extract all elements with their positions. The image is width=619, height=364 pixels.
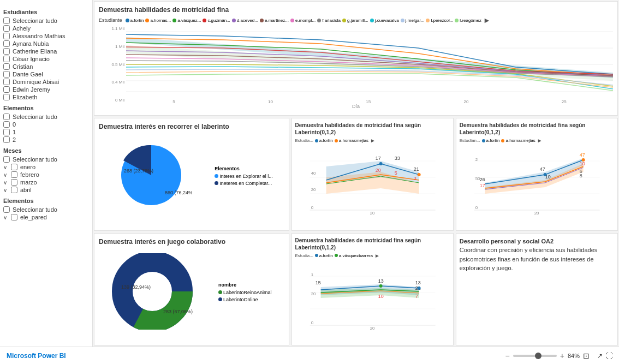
sidebar-item-el-2[interactable]: 2 bbox=[3, 136, 89, 143]
legend-aceved: d.aceved... bbox=[232, 18, 258, 23]
svg-text:10: 10 bbox=[378, 294, 383, 299]
zoom-slider[interactable] bbox=[513, 355, 557, 357]
sidebar-item-select-all-mes[interactable]: Seleccionar tudo bbox=[3, 156, 89, 163]
zoom-plus-button[interactable]: + bbox=[560, 351, 564, 360]
top-chart-title: Demuestra habilidades de motricidad fina bbox=[99, 6, 613, 14]
sidebar-item-cristian[interactable]: Cristian bbox=[3, 63, 89, 70]
fullscreen-icon[interactable]: ⛶ bbox=[606, 352, 612, 360]
sidebar-item-febrero[interactable]: ∨ febrero bbox=[3, 171, 89, 178]
legend-nav-arrow[interactable]: ► bbox=[483, 16, 491, 25]
svg-text:283 (67,06%): 283 (67,06%) bbox=[163, 309, 193, 314]
legend-dot-martinez bbox=[260, 19, 264, 22]
expand-icon-abril[interactable]: ∨ bbox=[3, 187, 7, 193]
student-legend: Estudiante a.fortín a.hornas... a.vásque… bbox=[99, 16, 613, 25]
sc1-nav-arrow[interactable]: ► bbox=[370, 138, 376, 144]
checkbox-febrero[interactable] bbox=[11, 171, 17, 178]
pie-chart-2-title: Demuestra interés en juego colaborativo bbox=[99, 238, 284, 246]
checkbox-select-all-el2[interactable] bbox=[3, 206, 10, 213]
checkbox-aynara[interactable] bbox=[3, 40, 10, 47]
sc1-legend-hornas: a.hornasmejias bbox=[335, 138, 368, 143]
expand-icon-enero[interactable]: ∨ bbox=[3, 164, 7, 170]
sidebar-section-elementos1: Elementos Seleccionar tudo 0 1 2 bbox=[3, 105, 89, 143]
sidebar-item-catherine[interactable]: Catherine Eliana bbox=[3, 48, 89, 55]
dashboard: Demuestra habilidades de motricidad fina… bbox=[93, 0, 619, 347]
legend-dot-farias bbox=[317, 19, 321, 22]
sidebar-item-ele-pared[interactable]: ∨ ele_pared bbox=[3, 214, 89, 220]
sidebar-item-aynara[interactable]: Aynara Nubia bbox=[3, 40, 89, 47]
main-container: Estudiantes Seleccionar tudo Achely Ales… bbox=[0, 0, 619, 364]
checkbox-dante[interactable] bbox=[3, 71, 10, 77]
svg-text:15: 15 bbox=[315, 280, 320, 285]
sidebar-item-edwin[interactable]: Edwin Jeremy bbox=[3, 86, 89, 93]
sidebar-item-select-all-est[interactable]: Seleccionar tudo bbox=[3, 17, 89, 24]
bottom-bar: Microsoft Power BI − + 84% ⊡ ↗ ⛶ bbox=[0, 347, 619, 364]
line-chart-svg: 0.6Mil 0.4Mil 0.1Mil bbox=[126, 26, 613, 97]
pie-chart-1-title: Demuestra interés en recorrer el laberin… bbox=[99, 123, 284, 130]
checkbox-catherine[interactable] bbox=[3, 48, 10, 55]
sc1-dot-hornas bbox=[335, 139, 338, 142]
legend-dot-hornas bbox=[145, 19, 149, 22]
svg-text:20: 20 bbox=[311, 187, 316, 192]
small-chart-1-svg: 40 20 0 20 bbox=[295, 145, 450, 216]
checkbox-cesar[interactable] bbox=[3, 56, 10, 62]
expand-icon-marzo[interactable]: ∨ bbox=[3, 180, 7, 186]
svg-text:26: 26 bbox=[479, 177, 485, 182]
sidebar-item-el-1[interactable]: 1 bbox=[3, 129, 89, 135]
zoom-minus-button[interactable]: − bbox=[505, 351, 510, 360]
checkbox-el-1[interactable] bbox=[3, 129, 10, 135]
legend-item-explorar: Interes en Explorar el l... bbox=[215, 174, 273, 179]
legend-jaramill: g.jaramill... bbox=[342, 18, 368, 23]
checkbox-ele-pared[interactable] bbox=[11, 214, 17, 220]
checkbox-el-2[interactable] bbox=[3, 136, 10, 143]
legend-dot-mompl bbox=[290, 19, 294, 22]
svg-point-34 bbox=[417, 173, 420, 176]
sidebar-item-el-0[interactable]: 0 bbox=[3, 121, 89, 128]
pie-svg-1: 268 (23,76%) 860 (76,24%) bbox=[110, 137, 192, 213]
checkbox-elizabeth[interactable] bbox=[3, 94, 10, 100]
legend-reagomez: l.reagómez bbox=[455, 18, 481, 23]
checkbox-cristian[interactable] bbox=[3, 63, 10, 70]
sidebar-item-abril[interactable]: ∨ abril bbox=[3, 187, 89, 193]
legend-dot-cuevasalva bbox=[370, 19, 374, 22]
sidebar-item-achely[interactable]: Achely bbox=[3, 25, 89, 32]
sc1-legend-fortin: a.fortín bbox=[315, 138, 333, 143]
checkbox-abril[interactable] bbox=[11, 187, 17, 193]
legend-dot-perezcol bbox=[426, 19, 430, 22]
share-icon[interactable]: ↗ bbox=[597, 352, 603, 360]
svg-text:0: 0 bbox=[311, 320, 313, 325]
checkbox-dominique[interactable] bbox=[3, 79, 10, 85]
sc1-dot-fortin bbox=[315, 139, 318, 142]
sidebar-item-elizabeth[interactable]: Elizabeth bbox=[3, 94, 89, 100]
sidebar-item-dominique[interactable]: Dominique Abisaí bbox=[3, 79, 89, 85]
sidebar-item-select-all-el1[interactable]: Seleccionar tudo bbox=[3, 114, 89, 120]
checkbox-el-0[interactable] bbox=[3, 121, 10, 128]
fit-icon[interactable]: ⊡ bbox=[583, 351, 590, 360]
power-bi-link[interactable]: Microsoft Power BI bbox=[7, 352, 66, 360]
sidebar-item-marzo[interactable]: ∨ marzo bbox=[3, 179, 89, 186]
zoom-slider-thumb[interactable] bbox=[535, 353, 541, 359]
pie-svg-wrapper-1: 268 (23,76%) 860 (76,24%) bbox=[110, 137, 192, 214]
svg-text:3: 3 bbox=[413, 176, 416, 181]
checkbox-alessandro[interactable] bbox=[3, 33, 10, 39]
checkbox-select-all-mes[interactable] bbox=[3, 156, 10, 163]
sidebar-item-cesar[interactable]: César Ignacio bbox=[3, 56, 89, 62]
x-axis-labels: 5 10 15 20 25 bbox=[126, 99, 613, 104]
sidebar-item-alessandro[interactable]: Alessandro Mathias bbox=[3, 33, 89, 39]
checkbox-achely[interactable] bbox=[3, 25, 10, 32]
sidebar-item-select-all-el2[interactable]: Seleccionar tudo bbox=[3, 206, 89, 213]
checkbox-edwin[interactable] bbox=[3, 86, 10, 93]
checkbox-enero[interactable] bbox=[11, 164, 17, 170]
checkbox-marzo[interactable] bbox=[11, 179, 17, 186]
sidebar-item-enero[interactable]: ∨ enero bbox=[3, 164, 89, 170]
sc3-nav-arrow[interactable]: ► bbox=[537, 138, 543, 144]
sc2-dot-fortin bbox=[315, 254, 318, 257]
sc2-nav-arrow[interactable]: ► bbox=[374, 253, 380, 259]
checkbox-select-all-el1[interactable] bbox=[3, 114, 10, 120]
legend-mompl: e.mompl... bbox=[290, 18, 316, 23]
checkbox-select-all-est[interactable] bbox=[3, 17, 10, 24]
expand-icon-ele-pared[interactable]: ∨ bbox=[3, 214, 7, 220]
expand-icon-febrero[interactable]: ∨ bbox=[3, 172, 7, 178]
sidebar: Estudiantes Seleccionar tudo Achely Ales… bbox=[0, 0, 93, 347]
sidebar-item-dante[interactable]: Dante Gael bbox=[3, 71, 89, 77]
svg-marker-6 bbox=[126, 45, 613, 81]
